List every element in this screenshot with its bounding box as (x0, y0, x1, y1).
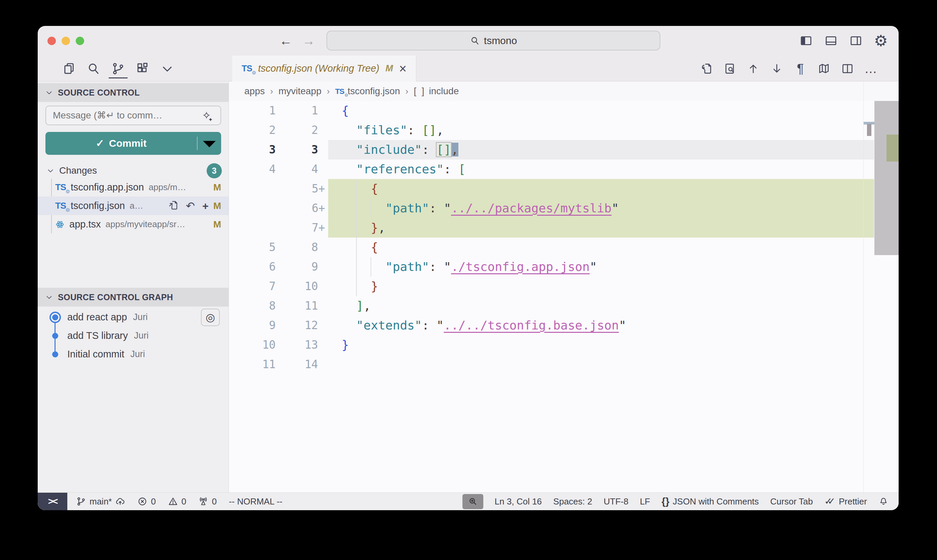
file-name: app.tsx (69, 219, 101, 230)
code-lines[interactable]: 11{22 "files": [],33 "include": [],44 "r… (229, 101, 899, 374)
status-cursor-position[interactable]: Ln 3, Col 16 (495, 496, 542, 507)
next-change-button[interactable] (770, 61, 783, 77)
activity-item-source-control[interactable] (111, 59, 125, 78)
more-actions-button[interactable]: … (864, 61, 878, 77)
toggle-panel-button[interactable] (823, 33, 839, 48)
modified-line-number: 14 (285, 355, 328, 374)
navigate-back-button[interactable]: ← (279, 34, 292, 48)
code-line-14[interactable]: 1114 (229, 355, 899, 374)
open-changes-button[interactable] (699, 61, 713, 77)
status-vim-mode[interactable]: -- NORMAL -- (229, 496, 282, 507)
status-eol[interactable]: LF (640, 496, 650, 507)
code-line-13[interactable]: 1013} (229, 335, 899, 355)
minimize-window-button[interactable] (62, 37, 70, 45)
status-indentation[interactable]: Spaces: 2 (553, 496, 592, 507)
status-ports[interactable]: 0 (198, 496, 216, 507)
commit-button[interactable]: ✓ Commit (45, 132, 221, 155)
status-notifications[interactable] (879, 496, 889, 506)
change-row-tsconfig.json[interactable]: TS⚙tsconfig.jsona…↶+M (38, 197, 229, 215)
tab-tsconfig-working-tree[interactable]: TS⚙ tsconfig.json (Working Tree) M × (232, 55, 416, 82)
status-language-mode[interactable]: {}JSON with Comments (662, 496, 759, 507)
map-icon (817, 62, 830, 75)
minimap-border (863, 82, 864, 492)
commit-row-add-react-app[interactable]: add react appJuri◎ (38, 308, 229, 326)
code-line-3[interactable]: 33 "include": [], (229, 140, 899, 160)
navigate-forward-button[interactable]: → (302, 34, 315, 48)
changes-section-header[interactable]: Changes 3 (38, 163, 229, 178)
code-line-1[interactable]: 11{ (229, 101, 899, 120)
breadcrumb-item-myviteapp[interactable]: myviteapp (278, 86, 322, 97)
remote-indicator[interactable]: >< (38, 493, 67, 511)
status-cursor-tab[interactable]: Cursor Tab (771, 496, 813, 507)
status-label: 0 (212, 496, 216, 507)
original-line-number: 9 (229, 316, 285, 335)
path-link[interactable]: ../../tsconfig.base.json (444, 318, 619, 332)
change-row-app.tsx[interactable]: app.tsxapps/myviteapp/sr…M (38, 215, 229, 234)
search-editor-button[interactable] (723, 61, 736, 77)
path-link[interactable]: ../../packages/mytslib (451, 201, 612, 215)
discard-changes-button[interactable]: ↶ (186, 201, 195, 211)
modified-line-number: 13 (285, 335, 328, 355)
status-errors[interactable]: 0 (137, 496, 155, 507)
change-row-tsconfig.app.json[interactable]: TS⚙tsconfig.app.jsonapps/m…M (38, 178, 229, 197)
status-branch-status[interactable]: main* (76, 496, 125, 507)
code-line-10[interactable]: 710 } (229, 277, 899, 296)
code-line-9[interactable]: 69 "path": "./tsconfig.app.json" (229, 257, 899, 277)
ts-icon: TS⚙ (55, 183, 66, 192)
previous-change-button[interactable] (746, 61, 760, 77)
settings-button[interactable]: ⚙ (873, 33, 889, 48)
close-window-button[interactable] (48, 37, 56, 45)
activity-item-explorer[interactable] (62, 59, 76, 78)
status-screencast-zoom[interactable] (462, 494, 483, 509)
code-line-4[interactable]: 44 "references": [ (229, 160, 899, 179)
activity-item-more-views[interactable] (160, 59, 174, 78)
previous-change-icon (747, 62, 760, 75)
changes-count-badge: 3 (207, 163, 222, 178)
modified-line-number: 7+ (285, 218, 328, 238)
generate-commit-message-icon[interactable]: ✧✦ (202, 109, 211, 122)
commit-graph-list: add react appJuri◎add TS libraryJuriInit… (38, 308, 229, 363)
commit-author: Juri (133, 312, 148, 322)
code-line-2[interactable]: 22 "files": [], (229, 120, 899, 140)
map-button[interactable] (817, 61, 831, 77)
commit-row-Initial-commit[interactable]: Initial commitJuri (38, 345, 229, 363)
activity-item-extensions[interactable] (135, 59, 150, 78)
toggle-secondary-sidebar-button[interactable] (848, 33, 864, 48)
toggle-primary-sidebar-button[interactable] (799, 33, 814, 48)
split-editor-button[interactable] (841, 61, 854, 77)
toggle-secondary-sidebar-icon (849, 34, 863, 48)
indent-guide (371, 257, 371, 277)
breadcrumb-item-tsconfig.json[interactable]: TS⚙tsconfig.json (335, 86, 400, 97)
editor-scrollbar[interactable] (874, 101, 899, 255)
status-formatter[interactable]: ✓✓Prettier (824, 496, 867, 507)
status-encoding[interactable]: UTF-8 (603, 496, 628, 507)
code-line-5[interactable]: 5+ { (229, 179, 899, 198)
commit-row-add-TS-library[interactable]: add TS libraryJuri (38, 326, 229, 345)
chevron-down-icon (160, 62, 174, 76)
code-line-11[interactable]: 811 ], (229, 296, 899, 316)
status-label: -- NORMAL -- (229, 496, 282, 507)
breadcrumb-item-include[interactable]: [ ]include (414, 86, 459, 97)
pilcrow-button[interactable]: ¶ (794, 61, 807, 77)
breadcrumb-separator: › (327, 86, 330, 97)
command-center-search-input[interactable]: tsmono (326, 31, 660, 51)
code-line-6[interactable]: 6+ "path": "../../packages/mytslib" (229, 198, 899, 218)
commit-message-input[interactable] (45, 106, 221, 125)
commit-dropdown-chevron-icon[interactable] (198, 132, 221, 155)
source-control-section-header[interactable]: SOURCE CONTROL (38, 83, 229, 102)
open-file-button[interactable] (168, 200, 178, 212)
vscode-window: ← → tsmono ⚙ TS⚙ tsconfig.json (Working … (38, 26, 899, 510)
editor-toolbar: ¶… (699, 55, 899, 82)
path-link[interactable]: ./tsconfig.app.json (451, 260, 590, 274)
code-line-7[interactable]: 7+ }, (229, 218, 899, 238)
code-line-8[interactable]: 58 { (229, 238, 899, 257)
breadcrumb-item-apps[interactable]: apps (245, 86, 265, 97)
tab-close-icon[interactable]: × (399, 62, 406, 75)
checkout-target-button[interactable]: ◎ (201, 309, 220, 326)
zoom-window-button[interactable] (76, 37, 84, 45)
code-line-12[interactable]: 912 "extends": "../../tsconfig.base.json… (229, 316, 899, 335)
activity-item-search[interactable] (86, 59, 101, 78)
source-control-graph-section-header[interactable]: SOURCE CONTROL GRAPH (38, 288, 229, 306)
status-warnings[interactable]: 0 (168, 496, 186, 507)
stage-changes-button[interactable]: + (202, 201, 209, 211)
